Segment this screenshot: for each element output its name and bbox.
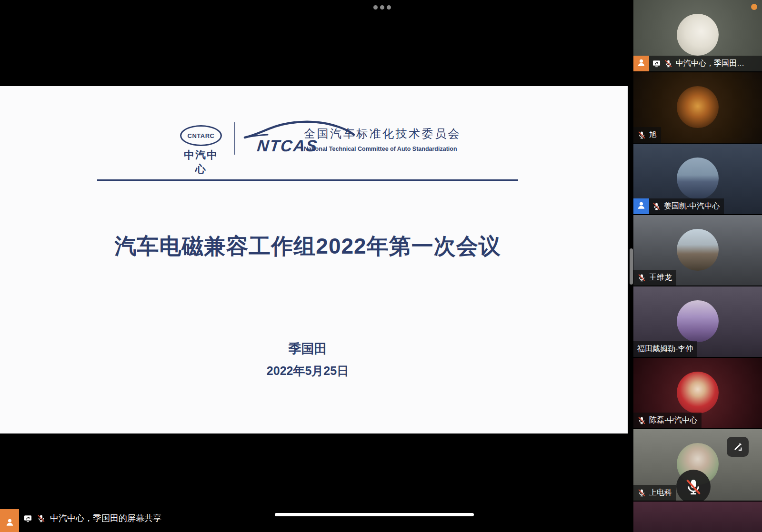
participant-name-bar: 陈磊-中汽中心 [633, 413, 702, 428]
presenter-badge [0, 509, 19, 532]
screen-share-banner: 中汽中心，季国田的屏幕共享 [0, 504, 161, 532]
muted-mic-icon [637, 488, 646, 497]
meeting-app-window: CNTARC 中汽中心 NTCAS 全国汽车标准化技术委员会 National … [0, 0, 762, 532]
participant-badge [633, 198, 649, 214]
participant-name: 旭 [649, 130, 657, 140]
participants-scrollbar[interactable] [630, 248, 633, 285]
cntarc-oval-logo: CNTARC [180, 125, 222, 146]
shared-screen-slide: CNTARC 中汽中心 NTCAS 全国汽车标准化技术委员会 National … [0, 86, 628, 433]
slide-title: 汽车电磁兼容工作组2022年第一次会议 [0, 232, 615, 261]
participant-name-bar: 姜国凯-中汽中心 [633, 198, 724, 214]
participant-tile[interactable]: 中汽中心，季国田… [633, 0, 762, 71]
participant-name: 上电科 [649, 488, 672, 498]
avatar [677, 300, 719, 342]
participant-name: 陈磊-中汽中心 [649, 415, 697, 425]
participant-name: 王维龙 [649, 273, 672, 283]
person-icon [636, 200, 646, 212]
committee-name-en: National Technical Committee of Auto Sta… [304, 146, 571, 152]
horizontal-scrollbar[interactable] [275, 513, 474, 516]
cntarc-name: 中汽中心 [179, 148, 223, 177]
participant-tile[interactable]: 王维龙 [633, 215, 762, 286]
slide-presenter: 季国田 [0, 340, 615, 357]
participant-name: 姜国凯-中汽中心 [664, 201, 720, 211]
participant-name-bar: 王维龙 [633, 270, 676, 286]
annotate-pen-button[interactable] [727, 437, 749, 457]
presenter-badge [633, 56, 649, 71]
participant-name-bar: 中汽中心，季国田… [633, 56, 762, 71]
participant-tile[interactable]: 旭 [633, 72, 762, 143]
avatar [677, 14, 719, 56]
slide-logo-row: CNTARC 中汽中心 NTCAS 全国汽车标准化技术委员会 National … [0, 120, 615, 163]
screen-share-icon [652, 59, 661, 68]
avatar [677, 372, 719, 414]
muted-mic-icon [664, 59, 673, 68]
participant-tile[interactable]: 福田戴姆勒-李仲 [633, 286, 762, 357]
avatar [677, 86, 719, 128]
person-icon [5, 517, 15, 529]
cntarc-logo: CNTARC 中汽中心 [179, 125, 223, 177]
participant-name-bar: 旭 [633, 127, 661, 143]
slide-date: 2022年5月25日 [0, 363, 615, 379]
unmute-button[interactable] [676, 470, 711, 501]
muted-mic-icon [637, 416, 646, 425]
pen-icon [732, 442, 743, 452]
muted-mic-icon [652, 202, 661, 211]
person-icon [636, 58, 646, 69]
share-banner-text: 中汽中心，季国田的屏幕共享 [50, 512, 161, 524]
window-menu-dots-icon[interactable] [373, 5, 391, 10]
muted-mic-icon [37, 514, 46, 523]
avatar [677, 158, 719, 199]
participant-tile[interactable]: 上电科 [633, 429, 762, 501]
muted-mic-icon [637, 273, 646, 282]
slide-horizontal-rule [97, 179, 518, 181]
participant-tile[interactable] [633, 502, 762, 532]
committee-names: 全国汽车标准化技术委员会 National Technical Committe… [304, 126, 571, 152]
notification-dot [751, 4, 757, 10]
participant-tile[interactable]: 姜国凯-中汽中心 [633, 144, 762, 214]
participant-name-bar: 福田戴姆勒-李仲 [633, 341, 697, 357]
muted-mic-icon [637, 130, 646, 139]
participant-name-bar: 上电科 [633, 485, 676, 501]
screen-share-icon [23, 514, 32, 523]
logo-divider [234, 122, 235, 155]
participant-tile[interactable]: 陈磊-中汽中心 [633, 358, 762, 428]
committee-name-cn: 全国汽车标准化技术委员会 [304, 126, 571, 141]
muted-mic-icon [684, 477, 703, 496]
participant-name: 中汽中心，季国田… [676, 59, 744, 69]
avatar [677, 229, 719, 271]
participant-name: 福田戴姆勒-李仲 [637, 344, 693, 354]
